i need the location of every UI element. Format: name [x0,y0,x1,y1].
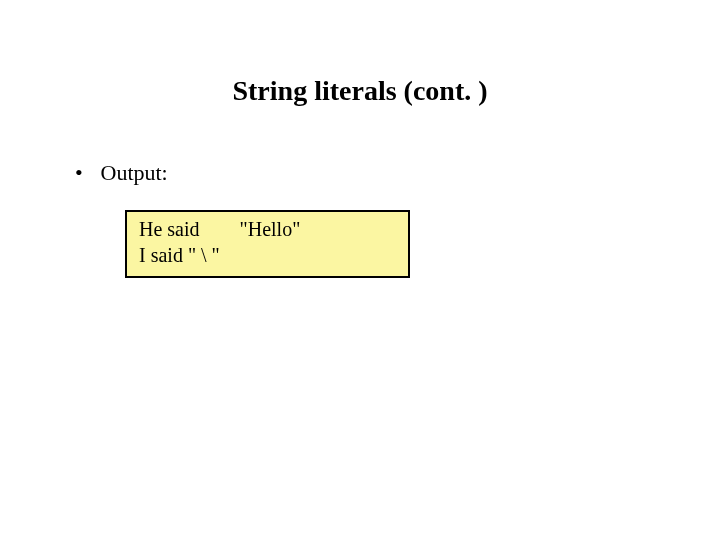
slide: String literals (cont. ) • Output: He sa… [0,0,720,540]
bullet-output: • Output: [75,160,168,186]
bullet-marker: • [75,160,95,186]
code-line-2: I said " \ " [139,242,396,268]
output-box: He said "Hello" I said " \ " [125,210,410,278]
bullet-text: Output: [101,160,168,185]
slide-title: String literals (cont. ) [0,75,720,107]
code-line-1: He said "Hello" [139,216,396,242]
